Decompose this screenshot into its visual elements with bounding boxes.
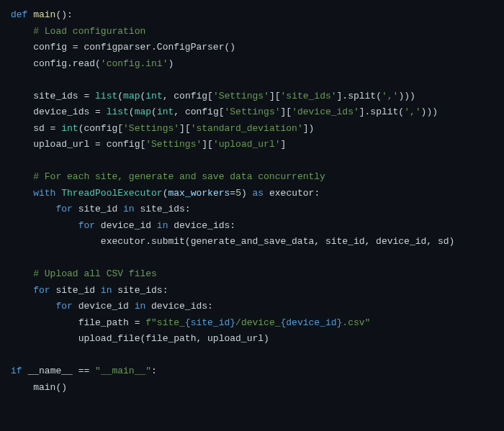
code-text: ) xyxy=(168,58,174,69)
code-line: def main(): xyxy=(11,9,73,20)
code-line: if __name__ == "__main__": xyxy=(11,366,157,376)
code-text: config = configparser.ConfigParser() xyxy=(33,42,235,53)
builtin: map xyxy=(135,106,151,117)
code-text: config.read( xyxy=(33,58,101,69)
code-editor[interactable]: def main(): # Load configuration config … xyxy=(11,7,493,396)
code-line: for site_id in site_ids: xyxy=(11,204,191,214)
string: "__main__" xyxy=(95,366,151,376)
code-text: upload_file(file_path, upload_url) xyxy=(78,333,269,344)
keyword: with xyxy=(33,188,55,199)
code-line: for site_id in site_ids: xyxy=(11,285,168,296)
code-text: main() xyxy=(33,382,67,393)
builtin: list xyxy=(107,106,129,117)
type: int xyxy=(157,106,174,117)
blank-line xyxy=(11,74,17,85)
builtin: list xyxy=(95,91,117,101)
code-line: config = configparser.ConfigParser() xyxy=(11,42,235,53)
fstring-brace: {site_id} xyxy=(185,317,235,328)
string: 'Settings' xyxy=(213,91,269,101)
dunder: __name__ xyxy=(27,366,72,376)
code-text: device_ids = xyxy=(33,106,106,117)
keyword: as xyxy=(253,188,264,199)
string: ',' xyxy=(382,91,398,101)
string: ',' xyxy=(404,106,420,117)
code-line: sd = int(config['Settings']['standard_de… xyxy=(11,123,314,134)
keyword: for xyxy=(78,220,95,231)
keyword: in xyxy=(101,285,112,296)
type: int xyxy=(61,123,78,134)
string: 'config.ini' xyxy=(101,58,168,69)
fstring: f"site_ xyxy=(145,317,185,328)
keyword: in xyxy=(157,220,168,231)
comment: # Upload all CSV files xyxy=(33,268,157,279)
fstring: /device_ xyxy=(235,317,280,328)
string: 'upload_url' xyxy=(213,139,281,150)
string: 'device_ids' xyxy=(292,106,359,117)
code-line: # For each site, generate and save data … xyxy=(11,171,325,182)
code-line: for device_id in device_ids: xyxy=(11,220,235,231)
code-line: upload_url = config['Settings']['upload_… xyxy=(11,139,286,150)
code-line: site_ids = list(map(int, config['Setting… xyxy=(11,91,415,101)
blank-line xyxy=(11,350,17,360)
parameter: max_workers xyxy=(168,188,230,199)
string: 'standard_deviation' xyxy=(191,123,303,134)
function-name: main xyxy=(33,9,55,20)
keyword: in xyxy=(135,301,146,312)
keyword: for xyxy=(55,204,72,214)
keyword: if xyxy=(11,366,22,376)
code-line: file_path = f"site_{site_id}/device_{dev… xyxy=(11,317,370,328)
code-line: # Upload all CSV files xyxy=(11,268,157,279)
string: 'Settings' xyxy=(123,123,179,134)
keyword: for xyxy=(55,301,72,312)
string: 'Settings' xyxy=(225,106,281,117)
type: int xyxy=(145,91,162,101)
keyword: def xyxy=(11,9,27,20)
code-line: with ThreadPoolExecutor(max_workers=5) a… xyxy=(11,188,320,199)
punct: (): xyxy=(55,9,72,20)
code-line: executor.submit(generate_and_save_data, … xyxy=(11,236,454,247)
string: 'Settings' xyxy=(145,139,202,150)
fstring-brace: {device_id} xyxy=(281,317,343,328)
code-line: main() xyxy=(11,382,67,393)
number: 5 xyxy=(235,188,241,199)
blank-line xyxy=(11,155,17,166)
code-text: executor.submit(generate_and_save_data, … xyxy=(101,236,454,247)
code-text: upload_url = config[ xyxy=(33,139,145,150)
code-text: sd = xyxy=(33,123,61,134)
builtin: map xyxy=(123,91,140,101)
comment: # For each site, generate and save data … xyxy=(33,171,325,182)
code-line: upload_file(file_path, upload_url) xyxy=(11,333,269,344)
code-text: site_ids = xyxy=(33,91,95,101)
string: 'site_ids' xyxy=(281,91,337,101)
comment: # Load configuration xyxy=(33,26,145,37)
code-text: file_path = xyxy=(78,317,146,328)
code-line: for device_id in device_ids: xyxy=(11,301,213,312)
keyword: for xyxy=(33,285,50,296)
code-line: # Load configuration xyxy=(11,26,145,37)
blank-line xyxy=(11,253,17,263)
code-line: config.read('config.ini') xyxy=(11,58,174,69)
class-name: ThreadPoolExecutor xyxy=(61,188,162,199)
fstring: .csv" xyxy=(342,317,370,328)
keyword: in xyxy=(123,204,135,214)
code-line: device_ids = list(map(int, config['Setti… xyxy=(11,106,438,117)
